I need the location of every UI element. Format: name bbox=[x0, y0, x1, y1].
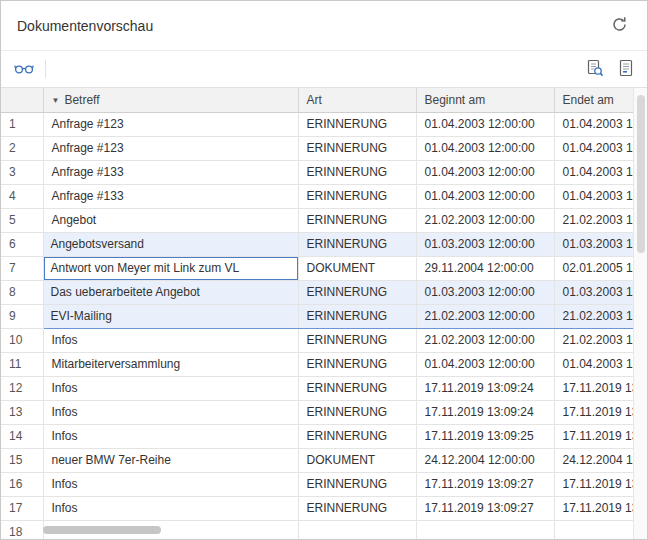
cell-beginnt-am[interactable]: 17.11.2019 13:09:25 bbox=[416, 424, 554, 448]
cell-art[interactable]: ERINNERUNG bbox=[298, 376, 416, 400]
table-row[interactable]: 8Das ueberarbeitete AngebotERINNERUNG01.… bbox=[1, 280, 633, 304]
cell-betreff[interactable]: Infos bbox=[43, 376, 298, 400]
cell-endet-am[interactable]: 17.11.2019 13:09:27 bbox=[554, 496, 633, 520]
cell-art[interactable]: DOKUMENT bbox=[298, 256, 416, 280]
cell-art[interactable]: ERINNERUNG bbox=[298, 328, 416, 352]
horizontal-scrollbar-thumb[interactable] bbox=[43, 526, 161, 534]
cell-endet-am[interactable]: 17.11.2019 13:09:24 bbox=[554, 376, 633, 400]
column-header-art[interactable]: Art bbox=[298, 88, 416, 112]
cell-beginnt-am[interactable]: 21.02.2003 12:00:00 bbox=[416, 304, 554, 328]
cell-beginnt-am[interactable] bbox=[416, 520, 554, 539]
row-number-cell[interactable]: 13 bbox=[1, 400, 43, 424]
table-row[interactable]: 16InfosERINNERUNG17.11.2019 13:09:2717.1… bbox=[1, 472, 633, 496]
cell-betreff[interactable]: Anfrage #123 bbox=[43, 136, 298, 160]
cell-endet-am[interactable]: 01.04.2003 12:00:00 bbox=[554, 136, 633, 160]
cell-endet-am[interactable]: 17.11.2019 13:09:24 bbox=[554, 400, 633, 424]
cell-beginnt-am[interactable]: 01.03.2003 12:00:00 bbox=[416, 280, 554, 304]
cell-beginnt-am[interactable]: 24.12.2004 12:00:00 bbox=[416, 448, 554, 472]
cell-art[interactable]: DOKUMENT bbox=[298, 448, 416, 472]
cell-beginnt-am[interactable]: 17.11.2019 13:09:24 bbox=[416, 400, 554, 424]
cell-betreff[interactable]: Anfrage #133 bbox=[43, 160, 298, 184]
table-row[interactable]: 6AngebotsversandERINNERUNG01.03.2003 12:… bbox=[1, 232, 633, 256]
cell-betreff[interactable]: Infos bbox=[43, 328, 298, 352]
table-row[interactable]: 14InfosERINNERUNG17.11.2019 13:09:2517.1… bbox=[1, 424, 633, 448]
table-row[interactable]: 5AngebotERINNERUNG21.02.2003 12:00:0021.… bbox=[1, 208, 633, 232]
cell-betreff[interactable]: EVI-Mailing bbox=[43, 304, 298, 328]
row-number-cell[interactable]: 4 bbox=[1, 184, 43, 208]
table-row[interactable]: 17InfosERINNERUNG17.11.2019 13:09:2717.1… bbox=[1, 496, 633, 520]
cell-betreff[interactable]: Anfrage #123 bbox=[43, 112, 298, 136]
row-number-cell[interactable]: 7 bbox=[1, 256, 43, 280]
cell-betreff[interactable]: Angebot bbox=[43, 208, 298, 232]
cell-beginnt-am[interactable]: 29.11.2004 12:00:00 bbox=[416, 256, 554, 280]
row-number-cell[interactable]: 16 bbox=[1, 472, 43, 496]
cell-endet-am[interactable]: 21.02.2003 12:00:00 bbox=[554, 208, 633, 232]
cell-beginnt-am[interactable]: 17.11.2019 13:09:27 bbox=[416, 472, 554, 496]
cell-betreff[interactable]: neuer BMW 7er-Reihe bbox=[43, 448, 298, 472]
cell-betreff[interactable]: Anfrage #133 bbox=[43, 184, 298, 208]
cell-beginnt-am[interactable]: 01.04.2003 12:00:00 bbox=[416, 160, 554, 184]
cell-art[interactable]: ERINNERUNG bbox=[298, 352, 416, 376]
row-number-cell[interactable]: 8 bbox=[1, 280, 43, 304]
cell-endet-am[interactable]: 17.11.2019 13:09:27 bbox=[554, 472, 633, 496]
cell-art[interactable]: ERINNERUNG bbox=[298, 184, 416, 208]
row-number-cell[interactable]: 12 bbox=[1, 376, 43, 400]
cell-endet-am[interactable]: 24.12.2004 12:00:00 bbox=[554, 448, 633, 472]
column-header-betreff[interactable]: ▼Betreff bbox=[43, 88, 298, 112]
cell-beginnt-am[interactable]: 21.02.2003 12:00:00 bbox=[416, 328, 554, 352]
table-row[interactable]: 4Anfrage #133ERINNERUNG01.04.2003 12:00:… bbox=[1, 184, 633, 208]
cell-betreff[interactable]: Mitarbeiterversammlung bbox=[43, 352, 298, 376]
cell-endet-am[interactable]: 01.04.2003 12:00:00 bbox=[554, 112, 633, 136]
table-row[interactable]: 1Anfrage #123ERINNERUNG01.04.2003 12:00:… bbox=[1, 112, 633, 136]
cell-art[interactable]: ERINNERUNG bbox=[298, 304, 416, 328]
cell-endet-am[interactable]: 01.03.2003 12:00:00 bbox=[554, 280, 633, 304]
table-row[interactable]: 15neuer BMW 7er-ReiheDOKUMENT24.12.2004 … bbox=[1, 448, 633, 472]
cell-endet-am[interactable]: 21.02.2003 12:00:00 bbox=[554, 328, 633, 352]
row-number-cell[interactable]: 6 bbox=[1, 232, 43, 256]
row-number-cell[interactable]: 15 bbox=[1, 448, 43, 472]
table-row[interactable]: 2Anfrage #123ERINNERUNG01.04.2003 12:00:… bbox=[1, 136, 633, 160]
table-row[interactable]: 12InfosERINNERUNG17.11.2019 13:09:2417.1… bbox=[1, 376, 633, 400]
row-number-cell[interactable]: 14 bbox=[1, 424, 43, 448]
table-row[interactable]: 13InfosERINNERUNG17.11.2019 13:09:2417.1… bbox=[1, 400, 633, 424]
row-number-cell[interactable]: 17 bbox=[1, 496, 43, 520]
cell-art[interactable]: ERINNERUNG bbox=[298, 472, 416, 496]
cell-art[interactable]: ERINNERUNG bbox=[298, 424, 416, 448]
cell-endet-am[interactable]: 01.03.2003 12:00:00 bbox=[554, 232, 633, 256]
cell-betreff[interactable]: Infos bbox=[43, 472, 298, 496]
cell-betreff[interactable]: Das ueberarbeitete Angebot bbox=[43, 280, 298, 304]
document-search-button[interactable] bbox=[583, 56, 607, 83]
table-row[interactable]: 9EVI-MailingERINNERUNG21.02.2003 12:00:0… bbox=[1, 304, 633, 328]
cell-betreff[interactable]: Angebotsversand bbox=[43, 232, 298, 256]
row-number-cell[interactable]: 2 bbox=[1, 136, 43, 160]
table-row[interactable]: 3Anfrage #133ERINNERUNG01.04.2003 12:00:… bbox=[1, 160, 633, 184]
cell-betreff[interactable]: Infos bbox=[43, 496, 298, 520]
row-number-cell[interactable]: 18 bbox=[1, 520, 43, 539]
cell-art[interactable]: ERINNERUNG bbox=[298, 136, 416, 160]
cell-beginnt-am[interactable]: 21.02.2003 12:00:00 bbox=[416, 208, 554, 232]
cell-endet-am[interactable]: 17.11.2019 13:09:25 bbox=[554, 424, 633, 448]
table-row[interactable]: 10InfosERINNERUNG21.02.2003 12:00:0021.0… bbox=[1, 328, 633, 352]
cell-beginnt-am[interactable]: 17.11.2019 13:09:27 bbox=[416, 496, 554, 520]
row-number-header[interactable] bbox=[1, 88, 43, 112]
cell-beginnt-am[interactable]: 01.04.2003 12:00:00 bbox=[416, 352, 554, 376]
vertical-scrollbar-thumb[interactable] bbox=[637, 95, 645, 253]
cell-endet-am[interactable]: 21.02.2003 12:00:00 bbox=[554, 304, 633, 328]
row-number-cell[interactable]: 11 bbox=[1, 352, 43, 376]
row-number-cell[interactable]: 5 bbox=[1, 208, 43, 232]
cell-endet-am[interactable]: 01.04.2003 12:00:00 bbox=[554, 160, 633, 184]
cell-beginnt-am[interactable]: 17.11.2019 13:09:24 bbox=[416, 376, 554, 400]
cell-beginnt-am[interactable]: 01.04.2003 12:00:00 bbox=[416, 184, 554, 208]
row-number-cell[interactable]: 3 bbox=[1, 160, 43, 184]
cell-endet-am[interactable] bbox=[554, 520, 633, 539]
cell-art[interactable]: ERINNERUNG bbox=[298, 400, 416, 424]
cell-beginnt-am[interactable]: 01.04.2003 12:00:00 bbox=[416, 136, 554, 160]
column-header-beginnt-am[interactable]: Beginnt am bbox=[416, 88, 554, 112]
row-number-cell[interactable]: 1 bbox=[1, 112, 43, 136]
cell-art[interactable]: ERINNERUNG bbox=[298, 232, 416, 256]
cell-endet-am[interactable]: 01.04.2003 12:00:00 bbox=[554, 184, 633, 208]
cell-betreff[interactable]: Antwort von Meyer mit Link zum VL bbox=[43, 256, 298, 280]
cell-art[interactable]: ERINNERUNG bbox=[298, 160, 416, 184]
table-row[interactable]: 7Antwort von Meyer mit Link zum VLDOKUME… bbox=[1, 256, 633, 280]
table-row[interactable]: 11MitarbeiterversammlungERINNERUNG01.04.… bbox=[1, 352, 633, 376]
